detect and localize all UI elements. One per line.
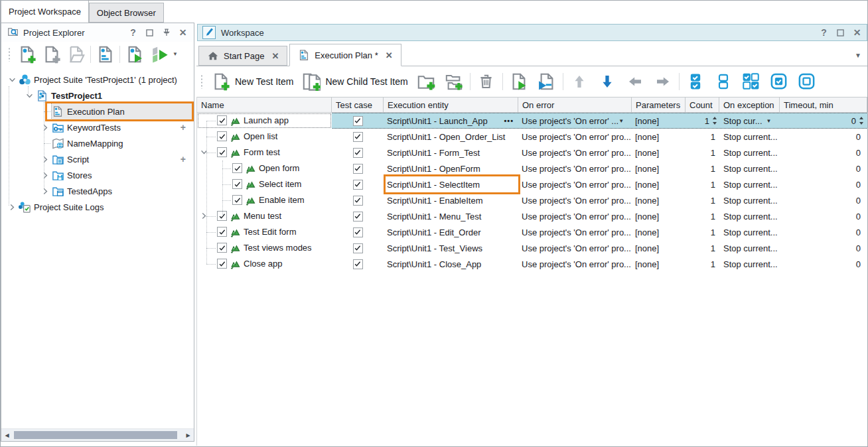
- test-case-checkbox[interactable]: [353, 132, 363, 142]
- check-selected-button[interactable]: [765, 70, 793, 93]
- on-exception-cell[interactable]: Stop current...: [719, 240, 780, 256]
- table-row[interactable]: Form testScript\Unit1 - Form_TestUse pro…: [197, 145, 868, 160]
- table-row[interactable]: Open formScript\Unit1 - OpenFormUse proj…: [197, 160, 868, 176]
- row-checkbox[interactable]: [217, 243, 227, 253]
- run-dropdown-caret[interactable]: ▼: [173, 51, 178, 57]
- close-tab-icon[interactable]: ✕: [386, 50, 393, 60]
- run-focused-item-button[interactable]: [505, 70, 533, 93]
- on-exception-cell[interactable]: Stop current...: [719, 145, 780, 160]
- column-header-on-error[interactable]: On error: [518, 97, 632, 112]
- uncheck-selected-button[interactable]: [793, 70, 821, 93]
- run-project-suite-button[interactable]: [122, 44, 147, 64]
- dropdown-caret[interactable]: ▼: [766, 118, 772, 124]
- timeout-cell[interactable]: 0: [780, 240, 867, 256]
- row-checkbox[interactable]: [217, 211, 227, 221]
- table-row[interactable]: Launch appScript\Unit1 - Launch_App•••Us…: [197, 113, 868, 129]
- column-header-timeout-min[interactable]: Timeout, min: [780, 97, 867, 112]
- count-cell[interactable]: 1: [686, 224, 719, 240]
- chevron-right-icon[interactable]: [38, 183, 52, 199]
- column-header-count[interactable]: Count: [686, 97, 719, 112]
- tab-project-workspace[interactable]: Project Workspace: [1, 0, 89, 23]
- test-case-checkbox[interactable]: [353, 227, 363, 237]
- execution-entity-cell[interactable]: Script\Unit1 - Launch_App•••: [384, 113, 518, 129]
- count-cell[interactable]: 1: [686, 256, 719, 272]
- chevron-right-icon[interactable]: [38, 167, 52, 183]
- on-exception-cell[interactable]: Stop current...: [719, 160, 780, 176]
- row-checkbox[interactable]: [217, 147, 227, 157]
- chevron-down-icon[interactable]: [5, 72, 19, 88]
- add-new-item-button[interactable]: [39, 44, 64, 64]
- dropdown-caret[interactable]: ▼: [618, 118, 624, 124]
- row-checkbox[interactable]: [232, 163, 242, 173]
- execution-entity-cell[interactable]: Script\Unit1 - Close_App: [384, 256, 518, 272]
- maximize-icon[interactable]: [145, 28, 155, 38]
- on-error-cell[interactable]: Use project's 'On error' pro...: [518, 176, 632, 192]
- on-error-cell[interactable]: Use project's 'On error' pro...: [518, 145, 632, 160]
- tree-item-execution-plan[interactable]: Execution Plan: [1, 103, 194, 119]
- column-header-test-case[interactable]: Test case: [332, 97, 384, 112]
- execution-entity-cell[interactable]: Script\Unit1 - Edit_Order: [384, 224, 518, 240]
- timeout-spinner[interactable]: [859, 117, 863, 125]
- toggle-checks-button[interactable]: [737, 70, 765, 93]
- scrollbar-thumb[interactable]: [14, 431, 177, 439]
- on-error-cell[interactable]: Use project's 'On error' ...▼: [518, 113, 632, 129]
- on-exception-cell[interactable]: Stop current...: [719, 192, 780, 208]
- table-row[interactable]: Close appScript\Unit1 - Close_AppUse pro…: [197, 256, 868, 272]
- on-error-cell[interactable]: Use project's 'On error' pro...: [518, 129, 632, 145]
- tab-list-caret[interactable]: ▼: [855, 52, 861, 59]
- test-case-checkbox[interactable]: [353, 164, 363, 174]
- timeout-cell[interactable]: 0: [780, 192, 867, 208]
- on-error-cell[interactable]: Use project's 'On error' pro...: [518, 160, 632, 176]
- count-cell[interactable]: 1: [686, 240, 719, 256]
- table-row[interactable]: Enable itemScript\Unit1 - EnableItemUse …: [197, 192, 868, 208]
- close-icon[interactable]: ✕: [178, 28, 188, 38]
- test-case-checkbox[interactable]: [353, 212, 363, 222]
- tree-item-script[interactable]: Script+: [1, 151, 194, 167]
- on-error-cell[interactable]: Use project's 'On error' pro...: [518, 192, 632, 208]
- on-exception-cell[interactable]: Stop current...: [719, 256, 780, 272]
- tree-item-testproject1[interactable]: TestProject1: [1, 88, 194, 103]
- tree-item-project-suite-logs[interactable]: Project Suite Logs: [1, 199, 194, 215]
- help-icon[interactable]: ?: [128, 28, 138, 38]
- column-header-name[interactable]: Name: [197, 97, 332, 112]
- on-exception-cell[interactable]: Stop cur...▼: [719, 113, 780, 129]
- timeout-cell[interactable]: 0: [780, 208, 867, 224]
- test-case-checkbox[interactable]: [353, 116, 363, 126]
- scroll-left-arrow[interactable]: ◀: [1, 432, 13, 438]
- doc-tab-start-page[interactable]: Start Page✕: [198, 46, 287, 66]
- add-child-plus-button[interactable]: +: [181, 154, 186, 164]
- test-case-checkbox[interactable]: [353, 148, 363, 158]
- on-exception-cell[interactable]: Stop current...: [719, 176, 780, 192]
- row-checkbox[interactable]: [232, 179, 242, 189]
- close-icon[interactable]: ✕: [852, 28, 862, 38]
- check-all-button[interactable]: [682, 70, 709, 93]
- open-item-button[interactable]: [64, 44, 88, 64]
- run-from-selected-button[interactable]: [533, 70, 561, 93]
- row-checkbox[interactable]: [217, 227, 227, 237]
- count-cell[interactable]: 1: [686, 145, 719, 160]
- organize-test-items-button[interactable]: [93, 44, 117, 64]
- move-up-button[interactable]: [565, 70, 593, 93]
- count-cell[interactable]: 1: [686, 113, 719, 129]
- count-cell[interactable]: 1: [686, 192, 719, 208]
- chevron-right-icon[interactable]: [5, 199, 19, 215]
- run-selected-button[interactable]: [147, 44, 171, 64]
- execution-entity-cell[interactable]: Script\Unit1 - SelectItem: [384, 176, 518, 192]
- chevron-down-icon[interactable]: [23, 88, 36, 103]
- new-child-test-item-button[interactable]: New Child Test Item: [297, 70, 411, 93]
- help-icon[interactable]: ?: [819, 28, 829, 38]
- close-tab-icon[interactable]: ✕: [271, 51, 279, 61]
- ellipsis-button[interactable]: •••: [504, 117, 514, 125]
- on-error-cell[interactable]: Use project's 'On error' pro...: [518, 208, 632, 224]
- execution-entity-cell[interactable]: Script\Unit1 - EnableItem: [384, 192, 518, 208]
- timeout-cell[interactable]: 0: [780, 113, 867, 129]
- uncheck-all-button[interactable]: [709, 70, 737, 93]
- delete-button[interactable]: [472, 70, 500, 93]
- toolbar-drag-handle[interactable]: [8, 47, 11, 62]
- toolbar-drag-handle[interactable]: [200, 74, 203, 89]
- table-row[interactable]: Test views modesScript\Unit1 - Test_View…: [197, 240, 868, 256]
- row-checkbox[interactable]: [217, 259, 227, 269]
- table-row[interactable]: Select itemScript\Unit1 - SelectItemUse …: [197, 176, 868, 192]
- on-error-cell[interactable]: Use project's 'On error' pro...: [518, 224, 632, 240]
- horizontal-scrollbar[interactable]: ◀ ▶: [1, 428, 194, 441]
